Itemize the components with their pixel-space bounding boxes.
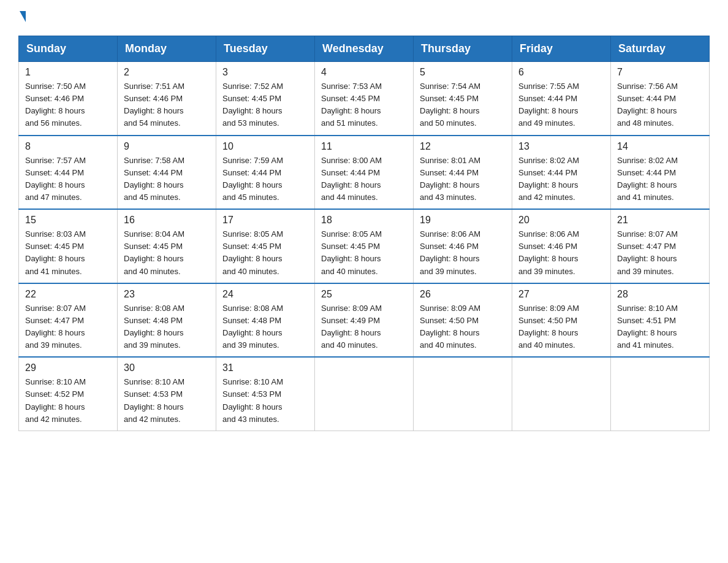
day-info: Sunrise: 7:58 AMSunset: 4:44 PMDaylight:… [124, 155, 210, 204]
day-info: Sunrise: 8:02 AMSunset: 4:44 PMDaylight:… [617, 155, 703, 204]
calendar-cell: 26Sunrise: 8:09 AMSunset: 4:50 PMDayligh… [414, 283, 512, 358]
day-info: Sunrise: 8:06 AMSunset: 4:46 PMDaylight:… [420, 228, 506, 278]
calendar-week-row: 1Sunrise: 7:50 AMSunset: 4:46 PMDaylight… [19, 62, 710, 136]
day-info: Sunrise: 7:54 AMSunset: 4:45 PMDaylight:… [420, 80, 506, 130]
calendar-cell: 17Sunrise: 8:05 AMSunset: 4:45 PMDayligh… [216, 209, 315, 283]
calendar-cell: 24Sunrise: 8:08 AMSunset: 4:48 PMDayligh… [216, 283, 315, 358]
calendar-cell [512, 357, 611, 431]
calendar-week-row: 15Sunrise: 8:03 AMSunset: 4:45 PMDayligh… [19, 209, 710, 283]
calendar-cell: 3Sunrise: 7:52 AMSunset: 4:45 PMDaylight… [216, 62, 315, 136]
day-number: 15 [25, 215, 111, 226]
day-number: 3 [222, 67, 308, 78]
calendar-cell: 15Sunrise: 8:03 AMSunset: 4:45 PMDayligh… [19, 209, 118, 283]
calendar-week-row: 8Sunrise: 7:57 AMSunset: 4:44 PMDaylight… [19, 136, 710, 210]
calendar-cell: 2Sunrise: 7:51 AMSunset: 4:46 PMDaylight… [118, 62, 216, 136]
day-number: 8 [25, 141, 111, 152]
day-info: Sunrise: 7:50 AMSunset: 4:46 PMDaylight:… [25, 80, 111, 130]
calendar-cell: 23Sunrise: 8:08 AMSunset: 4:48 PMDayligh… [118, 283, 216, 358]
day-number: 25 [321, 289, 407, 300]
calendar-cell [611, 357, 710, 431]
day-info: Sunrise: 7:52 AMSunset: 4:45 PMDaylight:… [222, 80, 308, 130]
day-number: 2 [124, 67, 210, 78]
calendar-table: SundayMondayTuesdayWednesdayThursdayFrid… [18, 36, 710, 431]
day-number: 18 [321, 215, 407, 226]
calendar-cell: 11Sunrise: 8:00 AMSunset: 4:44 PMDayligh… [315, 136, 414, 210]
day-info: Sunrise: 8:09 AMSunset: 4:50 PMDaylight:… [420, 302, 506, 352]
day-info: Sunrise: 8:01 AMSunset: 4:44 PMDaylight:… [420, 155, 506, 204]
day-info: Sunrise: 8:10 AMSunset: 4:53 PMDaylight:… [222, 376, 308, 426]
day-info: Sunrise: 8:07 AMSunset: 4:47 PMDaylight:… [617, 228, 703, 278]
calendar-cell: 1Sunrise: 7:50 AMSunset: 4:46 PMDaylight… [19, 62, 118, 136]
day-info: Sunrise: 8:05 AMSunset: 4:45 PMDaylight:… [321, 228, 407, 278]
day-info: Sunrise: 8:10 AMSunset: 4:51 PMDaylight:… [617, 302, 703, 352]
page-header [18, 12, 710, 23]
day-number: 31 [222, 362, 308, 373]
day-info: Sunrise: 8:10 AMSunset: 4:52 PMDaylight:… [25, 376, 111, 426]
col-header-monday: Monday [118, 36, 216, 62]
col-header-friday: Friday [512, 36, 611, 62]
day-info: Sunrise: 8:03 AMSunset: 4:45 PMDaylight:… [25, 228, 111, 278]
day-info: Sunrise: 8:05 AMSunset: 4:45 PMDaylight:… [222, 228, 308, 278]
calendar-cell: 8Sunrise: 7:57 AMSunset: 4:44 PMDaylight… [19, 136, 118, 210]
day-number: 30 [124, 362, 210, 373]
day-number: 10 [222, 141, 308, 152]
day-number: 14 [617, 141, 703, 152]
day-info: Sunrise: 8:06 AMSunset: 4:46 PMDaylight:… [518, 228, 604, 278]
calendar-cell: 6Sunrise: 7:55 AMSunset: 4:44 PMDaylight… [512, 62, 611, 136]
day-number: 26 [420, 289, 506, 300]
col-header-wednesday: Wednesday [315, 36, 414, 62]
day-info: Sunrise: 8:07 AMSunset: 4:47 PMDaylight:… [25, 302, 111, 352]
calendar-cell: 20Sunrise: 8:06 AMSunset: 4:46 PMDayligh… [512, 209, 611, 283]
day-info: Sunrise: 7:55 AMSunset: 4:44 PMDaylight:… [518, 80, 604, 130]
day-info: Sunrise: 7:56 AMSunset: 4:44 PMDaylight:… [617, 80, 703, 130]
calendar-cell: 13Sunrise: 8:02 AMSunset: 4:44 PMDayligh… [512, 136, 611, 210]
day-info: Sunrise: 8:10 AMSunset: 4:53 PMDaylight:… [124, 376, 210, 426]
day-info: Sunrise: 7:51 AMSunset: 4:46 PMDaylight:… [124, 80, 210, 130]
day-info: Sunrise: 8:04 AMSunset: 4:45 PMDaylight:… [124, 228, 210, 278]
calendar-cell: 31Sunrise: 8:10 AMSunset: 4:53 PMDayligh… [216, 357, 315, 431]
calendar-week-row: 22Sunrise: 8:07 AMSunset: 4:47 PMDayligh… [19, 283, 710, 358]
day-info: Sunrise: 8:08 AMSunset: 4:48 PMDaylight:… [222, 302, 308, 352]
calendar-cell: 14Sunrise: 8:02 AMSunset: 4:44 PMDayligh… [611, 136, 710, 210]
col-header-saturday: Saturday [611, 36, 710, 62]
calendar-cell: 28Sunrise: 8:10 AMSunset: 4:51 PMDayligh… [611, 283, 710, 358]
calendar-cell: 19Sunrise: 8:06 AMSunset: 4:46 PMDayligh… [414, 209, 512, 283]
day-number: 19 [420, 215, 506, 226]
calendar-cell: 27Sunrise: 8:09 AMSunset: 4:50 PMDayligh… [512, 283, 611, 358]
day-number: 9 [124, 141, 210, 152]
calendar-cell: 21Sunrise: 8:07 AMSunset: 4:47 PMDayligh… [611, 209, 710, 283]
day-info: Sunrise: 8:00 AMSunset: 4:44 PMDaylight:… [321, 155, 407, 204]
calendar-cell: 10Sunrise: 7:59 AMSunset: 4:44 PMDayligh… [216, 136, 315, 210]
day-number: 20 [518, 215, 604, 226]
day-number: 23 [124, 289, 210, 300]
calendar-cell: 18Sunrise: 8:05 AMSunset: 4:45 PMDayligh… [315, 209, 414, 283]
calendar-cell: 30Sunrise: 8:10 AMSunset: 4:53 PMDayligh… [118, 357, 216, 431]
day-info: Sunrise: 7:59 AMSunset: 4:44 PMDaylight:… [222, 155, 308, 204]
calendar-cell: 29Sunrise: 8:10 AMSunset: 4:52 PMDayligh… [19, 357, 118, 431]
day-info: Sunrise: 8:09 AMSunset: 4:49 PMDaylight:… [321, 302, 407, 352]
day-number: 1 [25, 67, 111, 78]
day-number: 22 [25, 289, 111, 300]
day-number: 12 [420, 141, 506, 152]
day-number: 13 [518, 141, 604, 152]
day-number: 29 [25, 362, 111, 373]
calendar-cell: 9Sunrise: 7:58 AMSunset: 4:44 PMDaylight… [118, 136, 216, 210]
calendar-cell [315, 357, 414, 431]
day-number: 27 [518, 289, 604, 300]
calendar-week-row: 29Sunrise: 8:10 AMSunset: 4:52 PMDayligh… [19, 357, 710, 431]
logo [18, 12, 26, 23]
day-number: 24 [222, 289, 308, 300]
day-info: Sunrise: 7:57 AMSunset: 4:44 PMDaylight:… [25, 155, 111, 204]
calendar-header-row: SundayMondayTuesdayWednesdayThursdayFrid… [19, 36, 710, 62]
calendar-cell: 22Sunrise: 8:07 AMSunset: 4:47 PMDayligh… [19, 283, 118, 358]
day-info: Sunrise: 8:09 AMSunset: 4:50 PMDaylight:… [518, 302, 604, 352]
logo-triangle-icon [20, 11, 26, 22]
day-number: 11 [321, 141, 407, 152]
day-number: 28 [617, 289, 703, 300]
col-header-tuesday: Tuesday [216, 36, 315, 62]
day-info: Sunrise: 8:02 AMSunset: 4:44 PMDaylight:… [518, 155, 604, 204]
day-number: 6 [518, 67, 604, 78]
day-number: 17 [222, 215, 308, 226]
logo-line1 [18, 12, 26, 23]
calendar-cell: 25Sunrise: 8:09 AMSunset: 4:49 PMDayligh… [315, 283, 414, 358]
